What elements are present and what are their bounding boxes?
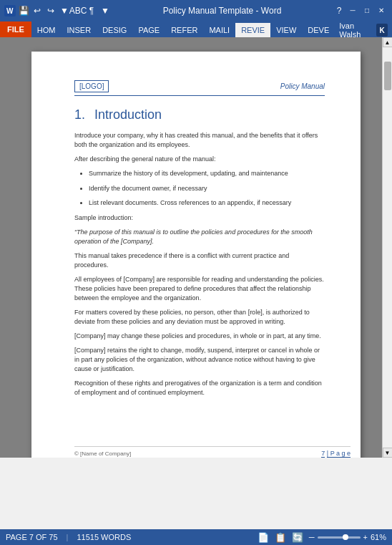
- page-footer: © [Name of Company] 7 | P a g e: [74, 446, 351, 457]
- tab-home[interactable]: HOM: [31, 23, 62, 37]
- header-title: Policy Manual: [280, 82, 325, 90]
- page-header: [LOGO] Policy Manual: [74, 80, 325, 96]
- footer-page-number: 7 | P a g e: [321, 450, 351, 457]
- user-name: Ivan Walsh: [339, 21, 373, 39]
- zoom-plus[interactable]: +: [363, 533, 368, 541]
- vertical-scrollbar[interactable]: ▲ ▼: [382, 37, 392, 458]
- zoom-slider[interactable]: [318, 536, 361, 539]
- logo[interactable]: [LOGO]: [74, 80, 109, 92]
- section-title: Introduction: [94, 107, 162, 122]
- tab-file[interactable]: FILE: [0, 21, 31, 37]
- ribbon-tabs: FILE HOM INSER DESIG PAGE REFER MAILI RE…: [0, 21, 392, 37]
- tab-references[interactable]: REFER: [165, 23, 203, 37]
- user-avatar: K: [376, 24, 388, 37]
- document-area: ▲ ▼ [LOGO] Policy Manual 1. Introduction…: [0, 37, 392, 458]
- page-status: PAGE 7 OF 75: [6, 533, 58, 541]
- sync-icon[interactable]: 🔄: [292, 532, 303, 543]
- paragraph-recognition: Recognition of these rights and prerogat…: [74, 379, 325, 397]
- title-bar-icons: W 💾 ↩ ↪ ▼ ABC ¶ ▼: [4, 5, 111, 16]
- paragraph-precedence: This manual takes precedence if there is…: [74, 251, 325, 270]
- paragraph-retains: [Company] retains the right to change, m…: [74, 346, 325, 374]
- scroll-up-button[interactable]: ▲: [383, 37, 393, 47]
- tab-developer[interactable]: DEVE: [302, 23, 335, 37]
- status-right: 📄 📋 🔄 ─ + 61%: [258, 532, 386, 543]
- redo-icon[interactable]: ↪: [45, 5, 57, 16]
- document-page: [LOGO] Policy Manual 1. Introduction Int…: [31, 52, 361, 458]
- scrollbar-thumb[interactable]: [384, 62, 391, 90]
- word-count: 11515 WORDS: [77, 533, 131, 541]
- tab-view[interactable]: VIEW: [270, 23, 302, 37]
- window-controls: ? ─ □ ✕: [333, 5, 388, 16]
- close-button[interactable]: ✕: [375, 5, 388, 15]
- tab-insert[interactable]: INSER: [62, 23, 97, 37]
- zoom-level: 61%: [371, 533, 386, 541]
- window-title: Policy Manual Template - Word: [114, 6, 330, 16]
- status-sep-1: |: [67, 533, 69, 541]
- bullet-item-1: Summarize the history of its development…: [89, 169, 325, 179]
- word-count-text: 11515 WORDS: [77, 533, 131, 541]
- svg-text:W: W: [6, 7, 14, 15]
- minimize-button[interactable]: ─: [346, 5, 359, 15]
- tab-design[interactable]: DESIG: [97, 23, 132, 37]
- bullet-list: Summarize the history of its development…: [89, 169, 325, 208]
- footer-company: © [Name of Company]: [74, 450, 131, 457]
- tab-review[interactable]: REVIE: [235, 23, 270, 37]
- scroll-down-button[interactable]: ▼: [383, 448, 393, 458]
- bullet-item-2: Identify the document owner, if necessar…: [89, 184, 325, 194]
- page-num: 7: [321, 450, 325, 458]
- customize-icon[interactable]: ▼: [59, 5, 70, 16]
- paragraph-change: [Company] may change these policies and …: [74, 332, 325, 341]
- intro-paragraph-1: Introduce your company, why it has creat…: [74, 131, 325, 150]
- word-icon: W: [4, 5, 16, 16]
- intro-paragraph-2: After describing the general nature of t…: [74, 155, 325, 164]
- maximize-button[interactable]: □: [361, 5, 373, 15]
- format-icon[interactable]: ¶: [86, 5, 97, 16]
- bullet-item-3: List relevant documents. Cross reference…: [89, 198, 325, 208]
- save-icon[interactable]: 💾: [18, 5, 29, 16]
- section-heading: 1. Introduction: [74, 107, 325, 122]
- more-icon[interactable]: ▼: [99, 5, 111, 16]
- page-text: | P a g e: [327, 450, 351, 458]
- page-indicator: PAGE 7 OF 75: [6, 533, 58, 541]
- spelling-icon[interactable]: ABC: [72, 5, 84, 16]
- help-icon[interactable]: ?: [333, 5, 345, 16]
- sample-label: Sample introduction:: [74, 213, 325, 223]
- section-number: 1.: [74, 107, 85, 122]
- paragraph-deviate: For matters covered by these policies, n…: [74, 308, 325, 327]
- user-area[interactable]: Ivan Walsh K: [335, 23, 392, 37]
- scrollbar-track[interactable]: [383, 47, 393, 448]
- paragraph-employees: All employees of [Company] are responsib…: [74, 275, 325, 303]
- page-container: [LOGO] Policy Manual 1. Introduction Int…: [0, 37, 392, 458]
- tab-page[interactable]: PAGE: [132, 23, 165, 37]
- tab-mailings[interactable]: MAILI: [203, 23, 235, 37]
- zoom-minus[interactable]: ─: [309, 533, 315, 541]
- doc-icon[interactable]: 📄: [258, 532, 269, 543]
- sample-text: “The purpose of this manual is to outlin…: [74, 228, 325, 246]
- zoom-slider-thumb[interactable]: [343, 534, 348, 540]
- status-bar: PAGE 7 OF 75 | 11515 WORDS 📄 📋 🔄 ─ + 61%: [0, 529, 392, 545]
- layout-icon[interactable]: 📋: [275, 532, 286, 543]
- title-bar: W 💾 ↩ ↪ ▼ ABC ¶ ▼ Policy Manual Template…: [0, 0, 392, 21]
- undo-icon[interactable]: ↩: [31, 5, 43, 16]
